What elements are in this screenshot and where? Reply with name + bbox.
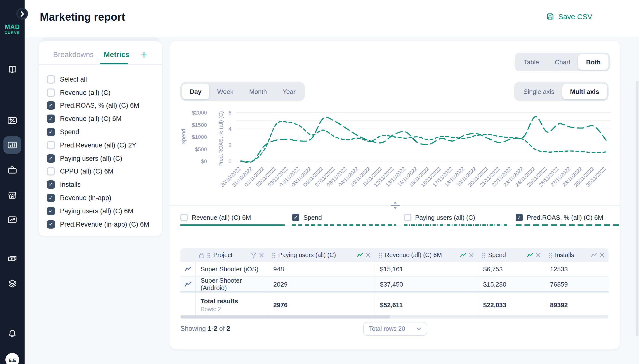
metric-item[interactable]: ✓Pred.Revenue (in-app) (C) 6M	[47, 218, 157, 231]
period-option-day[interactable]: Day	[182, 84, 210, 99]
scrollbar-thumb[interactable]	[180, 315, 390, 318]
resize-handle-icon[interactable]	[390, 201, 400, 210]
axis-option-multi-axis[interactable]: Multi axis	[562, 84, 607, 99]
remove-column-icon[interactable]	[259, 253, 264, 258]
trend-icon[interactable]	[591, 253, 597, 258]
period-option-week[interactable]: Week	[210, 84, 241, 99]
metric-item[interactable]: ✓Paying users (all) (C)	[47, 152, 157, 165]
save-csv-button[interactable]: Save CSV	[546, 12, 592, 21]
checkbox-checked[interactable]: ✓	[47, 115, 55, 123]
calculator-card-icon[interactable]	[4, 112, 21, 129]
book-icon[interactable]	[4, 61, 21, 79]
axis-option-single-axis[interactable]: Single axis	[516, 84, 562, 99]
trend-icon[interactable]	[357, 253, 363, 258]
metric-item[interactable]: ✓Spend	[47, 125, 157, 138]
remove-column-icon[interactable]	[536, 253, 541, 258]
line-chart[interactable]: $2000$1500$1000$500$06420SpendPred.ROAS,…	[177, 109, 614, 206]
series-pred-roas	[241, 116, 606, 162]
checkbox-unchecked[interactable]	[180, 214, 188, 221]
metric-item[interactable]: Pred.Revenue (all) (C) 2Y	[47, 138, 157, 152]
remove-column-icon[interactable]	[366, 253, 370, 258]
table-horizontal-scrollbar[interactable]	[180, 315, 608, 318]
column-header[interactable]: Revenue (all) (C) 6M	[374, 248, 478, 262]
legend-item[interactable]: Revenue (all) (C) 6M	[180, 214, 285, 226]
checkbox-unchecked[interactable]	[47, 88, 55, 96]
checkbox-unchecked[interactable]	[47, 75, 55, 84]
checkbox-checked[interactable]: ✓	[47, 220, 55, 228]
metric-item[interactable]: ✓Installs	[47, 178, 157, 192]
table-row[interactable]: Super Shooter (iOS)948$15,161$6,75312533	[180, 262, 608, 277]
value-cell: $6,753	[478, 262, 544, 276]
legend-line-sample	[404, 224, 508, 226]
metric-item[interactable]: ✓Revenue (all) (C) 6M	[47, 112, 157, 126]
checkbox-checked[interactable]: ✓	[47, 128, 55, 136]
filter-icon[interactable]	[251, 252, 256, 258]
row-trend-icon[interactable]	[180, 262, 195, 276]
active-tab-underline	[100, 63, 128, 64]
table-row[interactable]: Super Shooter (Android)2029$37,450$15,28…	[180, 277, 608, 292]
page-title: Marketing report	[40, 11, 125, 24]
layers-icon[interactable]	[4, 275, 21, 292]
checkbox-checked[interactable]: ✓	[516, 214, 523, 221]
legend-item[interactable]: ✓Pred.ROAS, % (all) (C) 6M	[516, 214, 620, 226]
period-option-month[interactable]: Month	[241, 84, 275, 99]
legend-item[interactable]: Paying users (all) (C)	[404, 214, 508, 226]
drag-icon[interactable]	[548, 252, 552, 258]
metric-item[interactable]: ✓Paying users (all) (C) 6M	[47, 204, 157, 218]
legend-item[interactable]: ✓Spend	[292, 214, 397, 226]
svg-text:$1500: $1500	[192, 122, 207, 128]
page-scrollbar[interactable]	[636, 80, 638, 336]
checkbox-checked[interactable]: ✓	[292, 214, 300, 221]
remove-column-icon[interactable]	[469, 253, 474, 258]
checkbox-unchecked[interactable]	[47, 141, 55, 150]
view-option-table[interactable]: Table	[516, 54, 547, 70]
row-trend-icon[interactable]	[180, 277, 195, 292]
metric-label: Select all	[60, 76, 87, 83]
column-header[interactable]: Spend	[478, 248, 544, 262]
svg-text:0: 0	[228, 158, 232, 164]
drag-icon[interactable]	[207, 252, 211, 258]
metric-item[interactable]: CPPU (all) (C) 6M	[47, 165, 157, 178]
metric-item[interactable]: Revenue (all) (C)	[47, 86, 157, 99]
checkbox-checked[interactable]: ✓	[47, 207, 55, 215]
panel-tabs: Breakdowns Metrics +	[39, 50, 162, 65]
add-metric-button[interactable]: +	[141, 49, 147, 61]
checkbox-unchecked[interactable]	[47, 168, 55, 176]
drag-icon[interactable]	[482, 252, 486, 258]
trend-icon[interactable]	[460, 253, 466, 258]
drag-icon[interactable]	[378, 252, 382, 258]
checkbox-checked[interactable]: ✓	[47, 154, 55, 162]
checkbox-checked[interactable]: ✓	[47, 194, 55, 202]
period-option-year[interactable]: Year	[275, 84, 304, 99]
trend-icon[interactable]	[527, 253, 533, 258]
total-rows-dropdown[interactable]: Total rows 20	[363, 322, 427, 336]
chevron-down-icon	[416, 328, 421, 330]
view-option-both[interactable]: Both	[578, 54, 608, 70]
cash-icon[interactable]	[4, 250, 21, 268]
metric-item[interactable]: ✓Pred.ROAS, % (all) (C) 6M	[47, 99, 157, 112]
column-header[interactable]: Installs	[544, 248, 608, 262]
column-header[interactable]: Paying users (all) (C)	[268, 248, 374, 262]
bell-icon[interactable]	[4, 325, 21, 342]
metric-item[interactable]: Select all	[47, 73, 157, 86]
briefcase-icon[interactable]	[4, 161, 21, 179]
legend-line-sample	[516, 224, 620, 226]
checkbox-checked[interactable]: ✓	[47, 181, 55, 189]
total-value-cell: $52,611	[374, 292, 478, 317]
metric-item[interactable]: ✓Revenue (in-app)	[47, 191, 157, 204]
tab-breakdowns[interactable]: Breakdowns	[53, 50, 94, 58]
checkbox-unchecked[interactable]	[404, 214, 411, 221]
avatar[interactable]: E.E	[6, 353, 19, 364]
series-spend	[241, 122, 606, 162]
sidebar-collapse-button[interactable]	[16, 8, 28, 20]
storefront-icon[interactable]	[4, 186, 21, 204]
tab-metrics[interactable]: Metrics	[104, 50, 130, 58]
drag-icon[interactable]	[272, 252, 276, 258]
remove-column-icon[interactable]	[600, 253, 604, 258]
axis-toggle: Single axisMulti axis	[514, 82, 608, 101]
view-option-chart[interactable]: Chart	[547, 54, 578, 70]
checkbox-checked[interactable]: ✓	[47, 102, 55, 110]
column-header[interactable]: Project	[195, 248, 268, 262]
bar-chart-icon[interactable]	[4, 136, 21, 154]
image-trend-icon[interactable]	[4, 211, 21, 228]
